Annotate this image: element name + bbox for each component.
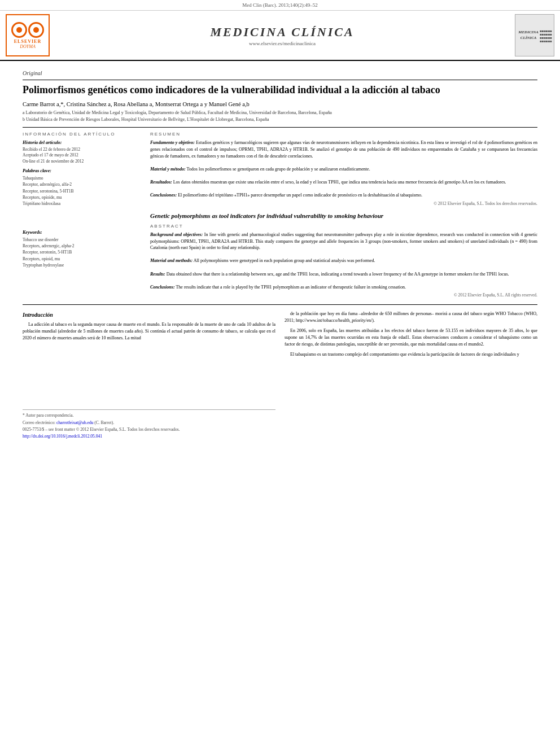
intro-para-1: La adicción al tabaco es la segunda mayo… — [23, 321, 275, 342]
abstract-material-text: All polymorphisms were genotyped in each… — [194, 258, 375, 263]
citation-bar: Med Clin (Barc). 2013;140(2):49–52 — [0, 0, 560, 11]
email-name: (C. Barrot). — [94, 420, 114, 425]
cover-text: MEDICINA CLÍNICA — [517, 30, 540, 40]
resumen-resultados-text: Los datos obtenidos muestran que existe … — [173, 180, 506, 185]
abstract-copyright: © 2012 Elsevier España, S.L. All rights … — [150, 292, 537, 299]
article-title: Polimorfismos genéticos como indicadores… — [23, 84, 537, 97]
en-keyword-5: Tryptophan hydroxylase — [23, 262, 141, 268]
en-keyword-4: Receptors, opioid, mu — [23, 256, 141, 262]
issn-line: 0025-7753/$ – see front matter © 2012 El… — [23, 426, 275, 433]
resumen-conclusiones-text: El polimorfismo del triptófano «TPH1» pa… — [178, 193, 422, 198]
abstract-background-text: In line with genetic and pharmacological… — [150, 232, 537, 250]
resumen-body: Fundamento y objetivo: Estudios genético… — [150, 139, 537, 198]
resumen-abstract-column: RESUMEN Fundamento y objetivo: Estudios … — [150, 131, 537, 299]
keywords-label-es: Palabras clave: — [23, 168, 141, 174]
journal-url: www.elsevier.es/medicinaclinica — [55, 41, 509, 46]
keyword-1: Tabaquismo — [23, 175, 141, 181]
keyword-4: Receptors, opioide, mu — [23, 194, 141, 200]
circle-right — [28, 22, 44, 38]
title-divider — [23, 80, 537, 80]
email-line: Correo electrónico: charrotfeixat@ub.edu… — [23, 420, 275, 426]
keywords-label-en: Keywords: — [23, 229, 141, 236]
abstract-results-text: Data obtained show that there is a relat… — [167, 272, 509, 277]
received-date: Recibido el 22 de febrero de 2012 — [23, 147, 141, 153]
resumen-label: RESUMEN — [150, 131, 537, 138]
resumen-copyright: © 2012 Elsevier España, S.L. Todos los d… — [150, 201, 537, 207]
intro-right-column: de la población que hoy en día fuma –alr… — [285, 311, 537, 440]
abstract-label: ABSTRACT — [150, 223, 537, 230]
abstract-conclusions-label: Conclusions: — [150, 285, 175, 290]
elsevier-brand-text: ELSEVIER — [14, 39, 41, 44]
authors-text: Carme Barrot a,*, Cristina Sánchez a, Ro… — [23, 101, 250, 107]
introduccion-heading: Introducción — [23, 311, 275, 319]
keyword-5: Triptófano hidroxilasa — [23, 200, 141, 207]
intro-left-column: Introducción La adicción al tabaco es la… — [23, 311, 275, 440]
author-note: * Autor para correspondencia. — [23, 412, 275, 418]
resumen-conclusiones-label: Conclusiones: — [150, 193, 177, 198]
bottom-divider — [23, 304, 537, 305]
resumen-material-label: Material y método: — [150, 167, 186, 172]
abstract-body: Background and objectives: In line with … — [150, 231, 537, 290]
resumen-material-text: Todos los polimorfismos se genotiparon e… — [187, 167, 370, 172]
info-resumen-columns: INFORMACIÓN DEL ARTÍCULO Historia del ar… — [23, 131, 537, 299]
english-title: Genetic polymorphisms as tool indicators… — [150, 212, 537, 221]
email-link[interactable]: charrotfeixat@ub.edu — [56, 420, 93, 425]
keyword-3: Receptor, serotonina, 5-HT1B — [23, 188, 141, 194]
doi-line: http://dx.doi.org/10.1016/j.medcli.2012.… — [23, 433, 275, 439]
section-label: Original — [23, 70, 537, 76]
article-info-column: INFORMACIÓN DEL ARTÍCULO Historia del ar… — [23, 131, 141, 299]
abstract-results-label: Results: — [150, 272, 165, 277]
circle-left — [11, 22, 27, 38]
citation-text: Med Clin (Barc). 2013;140(2):49–52 — [242, 2, 317, 8]
accepted-date: Aceptado el 17 de mayo de 2012 — [23, 152, 141, 159]
en-keyword-2: Receptors, adrenergic, alpha-2 — [23, 243, 141, 249]
doyma-brand-text: DOYMA — [20, 44, 36, 49]
email-label: Correo electrónico: — [23, 420, 55, 425]
en-keyword-3: Receptor, serotonin, 5-HT1B — [23, 249, 141, 255]
keyword-2: Receptor, adrenérgico, alfa-2 — [23, 181, 141, 187]
online-date: On-line el 21 de noviembre de 2012 — [23, 159, 141, 165]
affiliations: a Laboratorio de Genética, Unidad de Med… — [23, 110, 537, 122]
intro-right-para-1: de la población que hoy en día fuma –alr… — [285, 311, 537, 324]
journal-title-area: MEDICINA CLÍNICA www.elsevier.es/medicin… — [55, 25, 509, 46]
intro-right-para-2: En 2006, solo en España, las muertes atr… — [285, 327, 537, 348]
resumen-fundamento-text: Estudios genéticos y farmacológicos sugi… — [150, 140, 537, 158]
resumen-resultados-label: Resultados: — [150, 180, 172, 185]
history-label: Historia del artículo: — [23, 139, 141, 146]
abstract-conclusions-text: The results indicate that a role is play… — [176, 285, 406, 290]
resumen-fundamento-label: Fundamento y objetivo: — [150, 140, 195, 145]
abstract-material-label: Material and methods: — [150, 258, 193, 263]
elsevier-logo: ELSEVIER DOYMA — [6, 14, 50, 56]
main-divider — [23, 127, 537, 128]
doi-link[interactable]: http://dx.doi.org/10.1016/j.medcli.2012.… — [23, 434, 102, 439]
journal-header: ELSEVIER DOYMA MEDICINA CLÍNICA www.else… — [0, 11, 560, 61]
en-keyword-1: Tobacco use disorder — [23, 237, 141, 243]
intro-right-para-3: El tabaquismo es un trastorno complejo d… — [285, 351, 537, 358]
journal-name: MEDICINA CLÍNICA — [55, 25, 509, 40]
authors-line: Carme Barrot a,*, Cristina Sánchez a, Ro… — [23, 101, 537, 107]
info-section-label: INFORMACIÓN DEL ARTÍCULO — [23, 131, 141, 138]
abstract-background-label: Background and objectives: — [150, 232, 203, 237]
main-content: Original Polimorfismos genéticos como in… — [0, 61, 560, 444]
elsevier-icon — [11, 22, 44, 38]
introduccion-section: Introducción La adicción al tabaco es la… — [23, 311, 537, 440]
affiliation-a: a Laboratorio de Genética, Unidad de Med… — [23, 110, 537, 116]
footnotes: * Autor para correspondencia. Correo ele… — [23, 409, 275, 439]
journal-cover: MEDICINA CLÍNICA ■■■■■■■■■■■■■■■■■■■■■■■… — [515, 14, 554, 56]
affiliation-b: b Unidad Básica de Prevención de Riesgos… — [23, 116, 537, 123]
